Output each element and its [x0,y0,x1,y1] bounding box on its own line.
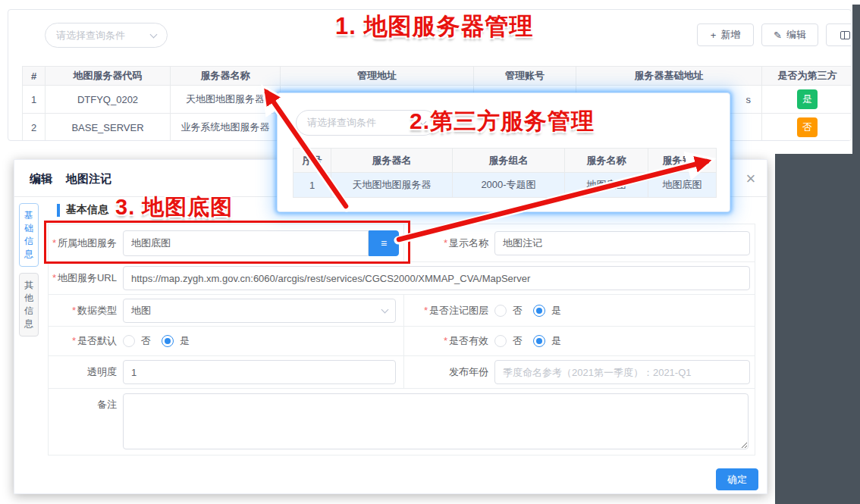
dialog-title-name: 地图注记 [66,172,111,186]
col-header-admin-account: 管理账号 [474,67,576,86]
radio-label-no: 否 [141,334,151,348]
third-party-filter-placeholder: 请选择查询条件 [307,116,376,130]
field-label-text: 透明度 [87,366,117,377]
third-party-table: 序号 服务器名 服务组名 服务名称 服务别名 1 天地图地图服务器 2000-专… [293,148,717,198]
data-type-select[interactable]: 地图 [123,299,396,323]
edit-button-label: 编辑 [786,28,806,42]
cell-group-name: 2000-专题图 [453,173,565,198]
table-header-row: # 地图服务器代码 服务器名称 管理地址 管理账号 服务器基础地址 是否为第三方 [23,67,852,86]
field-label-text: 备注 [97,399,117,410]
annotation-layer-radio-yes[interactable] [533,305,545,317]
cell-name: 天地图地图服务器 [171,86,281,114]
section-title: 基本信息 [66,203,108,217]
tab-other-info[interactable]: 其他信息 [19,273,39,337]
edit-form: *所属地图服务 ≡ *显示名称 *地图服务URL [48,224,755,455]
annotation-step1: 1. 地图服务器管理 [335,11,533,42]
tab-basic-info-label: 基础信息 [24,209,34,261]
radio-label-yes: 是 [551,334,561,348]
server-filter-select[interactable]: 请选择查询条件 [45,23,168,48]
status-badge-no: 否 [797,117,818,137]
cell-server-name: 天地图地图服务器 [331,173,453,198]
display-name-input[interactable] [494,231,750,255]
annotation-step2: 2.第三方服务管理 [410,106,595,137]
annotation-layer-radio-no[interactable] [494,305,507,317]
field-label-display-name: *显示名称 [404,236,494,250]
map-service-picker-button[interactable]: ≡ [369,230,399,256]
service-url-input[interactable] [123,266,750,290]
required-mark: * [52,272,56,283]
field-label-data-type: *数据类型 [49,304,123,318]
col-header-code: 地图服务器代码 [46,67,171,86]
plus-icon: + [711,30,717,41]
add-button[interactable]: + 新增 [697,23,754,46]
confirm-button[interactable]: 确定 [716,468,758,490]
view-button[interactable]: 查 [826,23,852,46]
data-type-value: 地图 [131,304,151,318]
is-default-radio-no[interactable] [123,335,135,347]
required-mark: * [444,335,447,346]
field-label-is-default: *是否默认 [49,334,123,348]
field-label-text: 是否有效 [449,335,488,346]
col-header-third-party: 是否为第三方 [762,67,852,86]
field-label-remark: 备注 [49,389,123,412]
menu-icon: ≡ [381,237,387,249]
opacity-input[interactable] [123,360,396,384]
field-label-text: 发布年份 [449,366,488,377]
col-header-base-url: 服务器基础地址 [576,67,762,86]
chevron-down-icon [381,305,389,313]
add-button-label: 新增 [720,28,740,42]
table-row-selected[interactable]: 1 天地图地图服务器 2000-专题图 地图底图 地图底图 [293,173,717,198]
col-header-name: 服务器名称 [171,67,281,86]
is-default-radio-yes[interactable] [162,335,174,347]
col-header-admin-url: 管理地址 [281,67,474,86]
radio-label-yes: 是 [180,334,190,348]
dialog-title: 编辑 地图注记 [30,172,111,186]
table-header-row: 序号 服务器名 服务组名 服务名称 服务别名 [293,149,717,173]
required-mark: * [424,305,428,316]
field-label-text: 是否注记图层 [429,305,488,316]
field-label-text: 数据类型 [77,305,117,316]
field-label-service-url: *地图服务URL [49,271,123,285]
col-header-seq: 序号 [293,149,331,173]
status-badge-yes: 是 [797,89,818,109]
required-mark: * [72,305,76,316]
app-backdrop [775,154,860,504]
cell-index: 2 [23,114,46,142]
field-label-text: 所属地图服务 [58,237,117,249]
field-label-publish-year: 发布年份 [404,365,494,379]
col-header-group-name: 服务组名 [453,149,565,173]
dialog-title-action: 编辑 [30,172,52,186]
col-header-server-name: 服务器名 [331,149,453,173]
publish-year-input[interactable] [494,360,750,384]
cell-index: 1 [23,86,46,114]
remark-textarea[interactable] [123,393,749,449]
cell-code: DTFYQ_0202 [46,86,171,114]
radio-label-yes: 是 [551,304,561,318]
server-filter-placeholder: 请选择查询条件 [56,29,125,42]
radio-label-no: 否 [513,304,523,318]
cell-third-party: 否 [762,114,852,142]
map-service-input[interactable] [123,230,369,256]
field-label-is-valid: *是否有效 [404,334,494,348]
field-label-opacity: 透明度 [49,365,123,379]
cell-service-name: 地图底图 [565,173,648,198]
cell-seq: 1 [293,173,331,198]
col-header-service-name: 服务名称 [565,149,648,173]
tab-other-info-label: 其他信息 [24,279,34,330]
edit-button[interactable]: ✎ 编辑 [761,23,818,46]
col-header-service-alias: 服务别名 [648,149,717,173]
view-icon [840,31,850,39]
is-valid-radio-yes[interactable] [533,335,545,347]
cell-service-alias: 地图底图 [648,173,717,198]
cell-name: 业务系统地图服务器 [171,114,281,142]
field-label-text: 地图服务URL [58,272,117,283]
required-mark: * [52,237,56,249]
chevron-down-icon [150,30,158,38]
is-valid-radio-no[interactable] [494,335,507,347]
pencil-icon: ✎ [774,30,782,41]
tab-basic-info[interactable]: 基础信息 [19,203,39,267]
col-header-index: # [23,67,46,86]
close-icon[interactable]: × [741,169,761,189]
required-mark: * [72,335,76,346]
cell-third-party: 是 [762,86,852,114]
